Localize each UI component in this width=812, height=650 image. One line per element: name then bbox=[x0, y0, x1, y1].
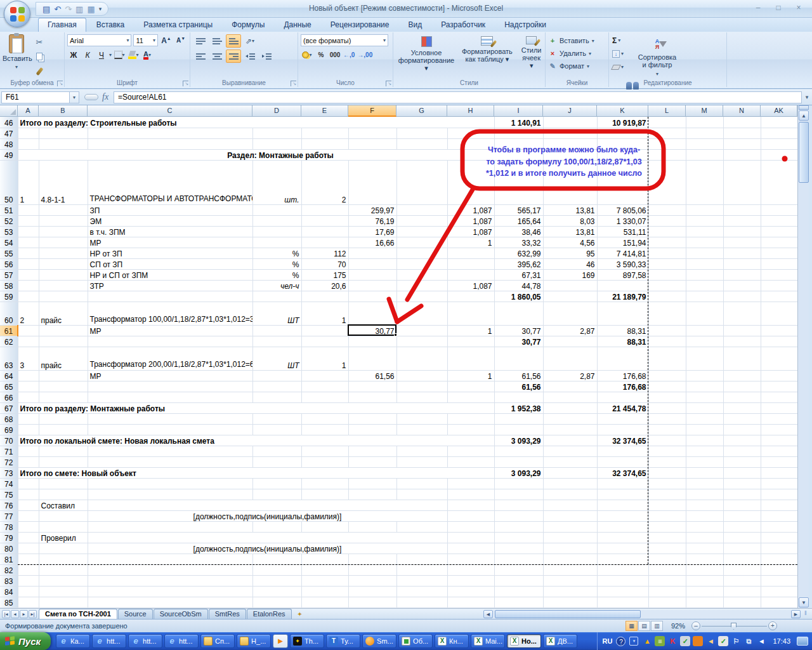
cell-F69[interactable] bbox=[348, 424, 396, 435]
alignment-dialog-launcher[interactable]: ↘ bbox=[291, 81, 296, 86]
cell-B66[interactable] bbox=[39, 392, 88, 402]
cell-M78[interactable] bbox=[686, 521, 723, 532]
ribbon-tab-Вид[interactable]: Вид bbox=[399, 18, 431, 32]
row-header-61[interactable]: 61 bbox=[0, 325, 18, 336]
cell-A85[interactable] bbox=[18, 597, 39, 607]
cell-A60[interactable]: 2 bbox=[18, 302, 39, 325]
cell-M76[interactable] bbox=[686, 500, 723, 510]
row-header-47[interactable]: 47 bbox=[0, 128, 18, 138]
cell-A74[interactable] bbox=[18, 478, 39, 489]
row-header-53[interactable]: 53 bbox=[0, 226, 18, 237]
cell-N61[interactable] bbox=[723, 325, 761, 336]
cell-G83[interactable] bbox=[396, 575, 447, 586]
cell-E54[interactable] bbox=[301, 237, 348, 248]
row-header-57[interactable]: 57 bbox=[0, 269, 18, 280]
cell-M70[interactable] bbox=[686, 435, 723, 446]
cell-I84[interactable] bbox=[494, 586, 543, 597]
cell-N67[interactable] bbox=[723, 402, 761, 413]
sort-filter-button[interactable]: АЯ Сортировка и фильтр▾ bbox=[633, 37, 681, 80]
cell-B79[interactable]: Проверил bbox=[39, 532, 88, 543]
cell-D59[interactable] bbox=[252, 291, 301, 302]
cell-I81[interactable] bbox=[494, 554, 543, 564]
cell-K63[interactable] bbox=[597, 347, 648, 370]
zoom-slider-thumb[interactable] bbox=[731, 623, 737, 630]
cell-B50[interactable]: 4.8-1-1 bbox=[39, 160, 88, 204]
cell-A83[interactable] bbox=[18, 575, 39, 586]
align-middle-button[interactable] bbox=[209, 34, 225, 48]
cell-A72[interactable] bbox=[18, 456, 39, 467]
orientation-button[interactable]: ⇗▾ bbox=[242, 34, 258, 48]
cell-F54[interactable]: 16,66 bbox=[348, 237, 396, 248]
cell-G64[interactable] bbox=[396, 370, 447, 381]
cell-L85[interactable] bbox=[648, 597, 686, 607]
font-dialog-launcher[interactable]: ↘ bbox=[183, 81, 188, 86]
align-right-button[interactable] bbox=[226, 50, 241, 63]
cell-N83[interactable] bbox=[723, 575, 761, 586]
cell-C51[interactable]: ЗП bbox=[88, 204, 252, 215]
cell-L81[interactable] bbox=[648, 554, 686, 564]
cell-I74[interactable] bbox=[494, 478, 543, 489]
cell-I72[interactable] bbox=[494, 456, 543, 467]
cell-H65[interactable] bbox=[447, 381, 494, 392]
cell-G57[interactable] bbox=[396, 269, 447, 280]
cell-E65[interactable] bbox=[301, 381, 348, 392]
cell-I83[interactable] bbox=[494, 575, 543, 586]
cell-A65[interactable] bbox=[18, 381, 39, 392]
cell-N59[interactable] bbox=[723, 291, 761, 302]
cell-M63[interactable] bbox=[686, 347, 723, 370]
cell-E69[interactable] bbox=[301, 424, 348, 435]
cell-B64[interactable] bbox=[39, 370, 88, 381]
cell-K57[interactable]: 897,58 bbox=[597, 269, 648, 280]
cell-A67[interactable]: Итого по разделу: Монтажные работы bbox=[18, 402, 494, 413]
cell-E51[interactable] bbox=[301, 204, 348, 215]
cell-K55[interactable]: 7 414,81 bbox=[597, 248, 648, 258]
cell-F71[interactable] bbox=[348, 446, 396, 456]
cell-L59[interactable] bbox=[648, 291, 686, 302]
cell-B76[interactable]: Составил bbox=[39, 500, 88, 510]
cell-L46[interactable] bbox=[648, 117, 686, 128]
cell-C75[interactable] bbox=[88, 489, 252, 500]
row-header-83[interactable]: 83 bbox=[0, 575, 18, 586]
cell-A82[interactable] bbox=[18, 564, 39, 575]
row-header-75[interactable]: 75 bbox=[0, 489, 18, 500]
cell-A61[interactable] bbox=[18, 325, 39, 336]
cell-J48[interactable] bbox=[543, 138, 597, 149]
cell-L66[interactable] bbox=[648, 392, 686, 402]
cell-L57[interactable] bbox=[648, 269, 686, 280]
cell-AK85[interactable] bbox=[761, 597, 797, 607]
insert-worksheet-button[interactable]: ✦ bbox=[292, 611, 308, 618]
cell-M60[interactable] bbox=[686, 302, 723, 325]
cell-AK77[interactable] bbox=[761, 510, 797, 521]
cell-J51[interactable]: 13,81 bbox=[543, 204, 597, 215]
cell-F52[interactable]: 76,19 bbox=[348, 215, 396, 226]
cell-M75[interactable] bbox=[686, 489, 723, 500]
cell-F64[interactable]: 61,56 bbox=[348, 370, 396, 381]
notes-icon[interactable]: ≡ bbox=[655, 636, 665, 646]
row-header-81[interactable]: 81 bbox=[0, 554, 18, 564]
kaspersky-icon[interactable]: K bbox=[667, 636, 678, 646]
minimize-button[interactable]: – bbox=[750, 3, 766, 13]
cell-L80[interactable] bbox=[648, 543, 686, 554]
column-header-L[interactable]: L bbox=[648, 105, 686, 117]
cell-M67[interactable] bbox=[686, 402, 723, 413]
cell-M62[interactable] bbox=[686, 336, 723, 347]
row-header-71[interactable]: 71 bbox=[0, 446, 18, 456]
cell-H61[interactable]: 1 bbox=[447, 325, 494, 336]
cell-K75[interactable] bbox=[597, 489, 648, 500]
align-left-button[interactable] bbox=[193, 50, 208, 63]
start-button[interactable]: Пуск bbox=[0, 632, 51, 650]
payment-ok-icon[interactable]: ✓ bbox=[718, 636, 728, 646]
cell-H60[interactable] bbox=[447, 302, 494, 325]
cell-J69[interactable] bbox=[543, 424, 597, 435]
cell-J84[interactable] bbox=[543, 586, 597, 597]
cell-AK67[interactable] bbox=[761, 402, 797, 413]
cell-J56[interactable]: 46 bbox=[543, 258, 597, 269]
cell-C68[interactable] bbox=[88, 413, 252, 424]
cell-K49[interactable] bbox=[597, 149, 648, 160]
cell-L51[interactable] bbox=[648, 204, 686, 215]
column-header-D[interactable]: D bbox=[252, 105, 301, 117]
cell-C78[interactable] bbox=[88, 521, 252, 532]
close-button[interactable]: × bbox=[790, 3, 807, 13]
cell-D68[interactable] bbox=[252, 413, 301, 424]
cell-G60[interactable] bbox=[396, 302, 447, 325]
